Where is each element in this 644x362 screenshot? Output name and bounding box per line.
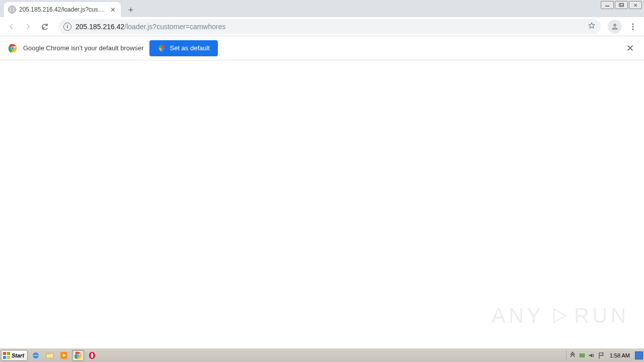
taskbar-media-icon[interactable] [58,350,70,361]
chrome-menu-button[interactable] [625,19,641,35]
arrow-right-icon [24,22,33,31]
svg-point-5 [632,23,634,25]
windows-taskbar: Start 1:58 AM [0,348,644,362]
browser-tab[interactable]: 205.185.216.42/loader.js?customer ✕ [4,2,121,17]
default-browser-infobar: Google Chrome isn't your default browser… [0,36,644,60]
close-button[interactable]: ✕ [629,1,642,9]
globe-icon [8,6,16,14]
system-tray: 1:58 AM [566,350,635,361]
show-desktop-button[interactable] [635,351,643,359]
bookmark-star-icon[interactable] [588,22,596,32]
kebab-icon [629,23,637,31]
taskbar-explorer-icon[interactable] [44,350,56,361]
chrome-logo-icon [8,44,17,53]
toolbar: i 205.185.216.42/loader.js?customer=camw… [0,17,644,36]
maximize-button[interactable] [615,1,628,9]
play-icon [549,306,569,326]
tray-security-icon[interactable] [578,351,586,359]
infobar-message: Google Chrome isn't your default browser [23,44,143,52]
tab-strip: 205.185.216.42/loader.js?customer ✕ + ✕ [0,0,644,17]
taskbar-clock[interactable]: 1:58 AM [607,352,633,358]
svg-rect-26 [579,353,585,357]
set-default-label: Set as default [170,44,210,52]
taskbar-opera-icon[interactable] [86,350,98,361]
tab-close-icon[interactable]: ✕ [109,6,117,14]
svg-point-11 [12,47,14,49]
svg-rect-12 [3,352,6,355]
url-text: 205.185.216.42/loader.js?customer=camwho… [75,23,584,31]
taskbar-chrome-icon[interactable] [72,350,84,361]
start-button[interactable]: Start [1,350,28,361]
start-label: Start [12,352,24,358]
reload-button[interactable] [37,19,53,35]
svg-rect-15 [7,356,10,359]
tray-flag-icon[interactable] [597,351,605,359]
anyrun-watermark: ANY RUN [492,304,629,328]
browser-window: 205.185.216.42/loader.js?customer ✕ + ✕ … [0,0,644,348]
taskbar-ie-icon[interactable] [30,350,42,361]
svg-point-23 [77,354,79,356]
profile-avatar[interactable] [608,20,622,34]
windows-logo-icon [3,351,11,359]
set-default-button[interactable]: Set as default [149,40,218,56]
tray-volume-icon[interactable] [588,351,596,359]
svg-rect-2 [619,4,623,7]
arrow-left-icon [7,22,16,31]
svg-point-7 [632,28,634,30]
svg-rect-18 [46,353,49,354]
reload-icon [41,22,50,31]
svg-rect-14 [3,356,6,359]
svg-rect-13 [7,352,10,355]
forward-button[interactable] [20,19,36,35]
svg-point-25 [91,353,94,358]
shield-icon [157,44,166,52]
person-icon [610,22,619,31]
new-tab-button[interactable]: + [124,3,138,17]
tray-expand-icon[interactable] [569,351,577,359]
infobar-close-icon[interactable]: ✕ [624,41,636,56]
back-button[interactable] [3,19,19,35]
svg-point-6 [632,26,634,27]
page-content: ANY RUN [0,60,644,348]
svg-point-4 [613,24,616,27]
info-icon[interactable]: i [63,23,71,31]
tab-title: 205.185.216.42/loader.js?customer [19,6,106,13]
minimize-button[interactable] [601,1,614,9]
window-controls: ✕ [601,1,642,9]
address-bar[interactable]: i 205.185.216.42/loader.js?customer=camw… [58,19,601,34]
